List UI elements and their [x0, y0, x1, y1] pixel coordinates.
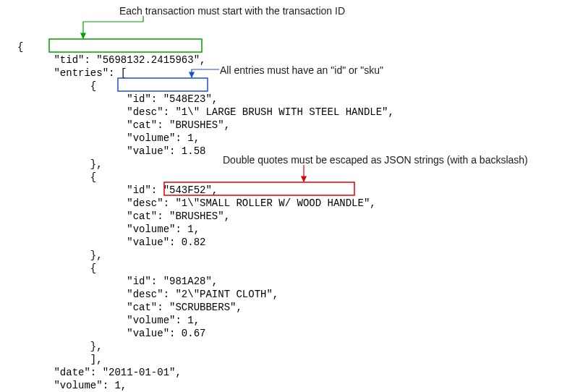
- entry1-vol: "volume": 1,: [127, 132, 200, 144]
- entry2-id: "id": "543F52",: [127, 184, 218, 196]
- entry1-id-key: "id":: [127, 93, 157, 105]
- entry1-val: "value": 1.58: [127, 145, 205, 157]
- entry3-desc: "desc": "2\"PAINT CLOTH",: [127, 289, 278, 300]
- entry2-desc-key: "desc":: [127, 197, 169, 209]
- entry2-val: "value": 0.82: [127, 237, 205, 248]
- entry1-desc: "desc": "1\" LARGE BRUSH WITH STEEL HAND…: [127, 106, 394, 118]
- entry3-open: {: [90, 263, 96, 274]
- entry2-desc-val: "1\"SMALL ROLLER W/ WOOD HANDLE",: [169, 197, 376, 209]
- entry2-cat: "cat": "BRUSHES",: [127, 210, 230, 222]
- tid-key: "tid":: [54, 54, 90, 66]
- entries-close: ],: [90, 354, 103, 365]
- tid-val: "5698132.2415963",: [90, 54, 206, 66]
- brace-open: {: [17, 41, 23, 53]
- entry1-close: },: [90, 158, 103, 170]
- entry3-cat: "cat": "SCRUBBERS",: [127, 302, 242, 313]
- entry3-vol: "volume": 1,: [127, 315, 200, 326]
- annotation-tid: Each transaction must start with the tra…: [119, 4, 345, 17]
- date-line: "date": "2011-01-01",: [54, 367, 181, 378]
- entry2-vol: "volume": 1,: [127, 223, 200, 235]
- entry1-open: {: [90, 80, 96, 92]
- entries-key: "entries": [: [54, 67, 127, 79]
- volume-line: "volume": 1,: [54, 380, 127, 391]
- entry3-val: "value": 0.67: [127, 328, 205, 339]
- entry2-open: {: [90, 171, 96, 183]
- entry3-id: "id": "981A28",: [127, 276, 218, 287]
- entry1-cat: "cat": "BRUSHES",: [127, 119, 230, 131]
- json-code-block: { "tid": "5698132.2415963", "entries": […: [17, 27, 394, 392]
- entry3-close: },: [90, 341, 103, 352]
- entry1-id-val: "548E23",: [157, 93, 218, 105]
- entry2-close: },: [90, 250, 103, 261]
